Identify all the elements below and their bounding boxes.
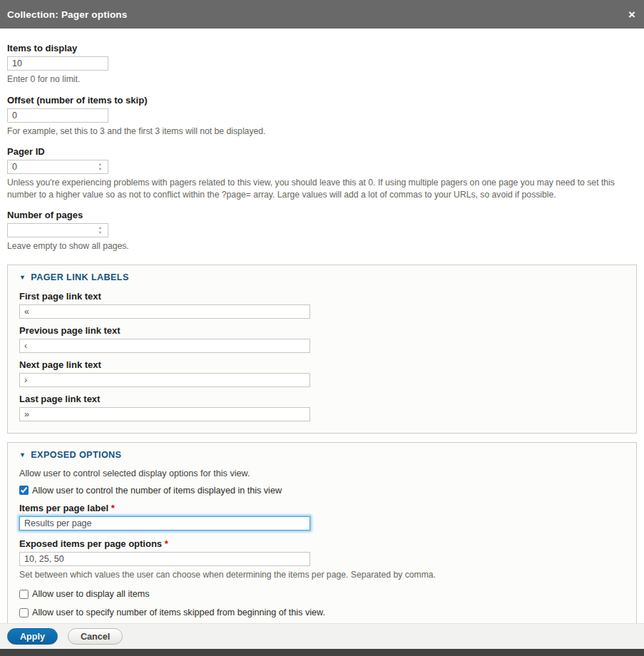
offset-field: Offset (number of items to skip) For exa… <box>7 95 637 138</box>
number-of-pages-input[interactable] <box>7 223 108 237</box>
exposed-options-description: Allow user to control selected display o… <box>19 468 625 478</box>
offset-checkbox[interactable] <box>19 608 29 617</box>
number-spinner-icon[interactable]: ▴▾ <box>99 225 101 235</box>
pager-link-labels-legend[interactable]: ▼ PAGER LINK LABELS <box>19 272 625 282</box>
display-all-checkbox-row: Allow user to display all items <box>19 589 625 599</box>
required-asterisk: * <box>111 503 115 513</box>
modal-body: Items to display Enter 0 for no limit. O… <box>0 29 644 656</box>
collapse-triangle-icon: ▼ <box>19 451 26 458</box>
cancel-button[interactable]: Cancel <box>68 628 123 645</box>
items-to-display-label: Items to display <box>7 43 637 53</box>
next-page-link-input[interactable] <box>19 373 310 387</box>
pager-options-modal: Collection: Pager options × Items to dis… <box>0 0 644 656</box>
pager-link-labels-legend-text: PAGER LINK LABELS <box>31 272 128 282</box>
modal-footer: Apply Cancel <box>0 623 644 649</box>
last-page-link-field: Last page link text <box>19 394 625 421</box>
offset-checkbox-label: Allow user to specify number of items sk… <box>32 608 325 617</box>
offset-checkbox-row: Allow user to specify number of items sk… <box>19 608 625 617</box>
page-background-bar <box>0 649 644 656</box>
items-per-page-label-label: Items per page label * <box>19 503 625 513</box>
exposed-items-options-description: Set between which values the user can ch… <box>19 569 625 581</box>
number-of-pages-description: Leave empty to show all pages. <box>7 240 637 252</box>
items-per-page-label-input[interactable] <box>19 516 310 531</box>
display-all-checkbox[interactable] <box>19 590 29 599</box>
items-to-display-field: Items to display Enter 0 for no limit. <box>7 43 637 86</box>
pager-id-description: Unless you're experiencing problems with… <box>7 177 637 200</box>
display-all-checkbox-label: Allow user to display all items <box>32 589 149 599</box>
next-page-link-label: Next page link text <box>19 359 625 370</box>
apply-button[interactable]: Apply <box>7 628 58 645</box>
previous-page-link-input[interactable] <box>19 339 310 353</box>
previous-page-link-field: Previous page link text <box>19 325 625 353</box>
control-items-checkbox-row: Allow user to control the number of item… <box>19 486 625 496</box>
pager-id-input[interactable] <box>7 160 108 174</box>
modal-titlebar: Collection: Pager options × <box>0 0 644 29</box>
items-to-display-description: Enter 0 for no limit. <box>7 73 637 86</box>
next-page-link-field: Next page link text <box>19 359 625 387</box>
exposed-items-options-label: Exposed items per page options * <box>19 538 625 549</box>
exposed-items-options-field: Exposed items per page options * Set bet… <box>19 538 625 581</box>
required-asterisk: * <box>165 538 168 549</box>
close-icon[interactable]: × <box>628 9 635 21</box>
collapse-triangle-icon: ▼ <box>19 274 26 281</box>
exposed-items-options-input[interactable] <box>19 552 310 566</box>
offset-label: Offset (number of items to skip) <box>7 95 637 106</box>
last-page-link-label: Last page link text <box>19 394 625 404</box>
first-page-link-label: First page link text <box>19 291 625 302</box>
exposed-options-legend-text: EXPOSED OPTIONS <box>31 450 121 460</box>
exposed-options-legend[interactable]: ▼ EXPOSED OPTIONS <box>19 450 625 460</box>
modal-title: Collection: Pager options <box>7 9 128 20</box>
previous-page-link-label: Previous page link text <box>19 325 625 336</box>
first-page-link-input[interactable] <box>19 304 310 319</box>
last-page-link-input[interactable] <box>19 407 310 421</box>
offset-description: For example, set this to 3 and the first… <box>7 125 637 138</box>
pager-link-labels-fieldset: ▼ PAGER LINK LABELS First page link text… <box>7 265 637 434</box>
exposed-options-fieldset: ▼ EXPOSED OPTIONS Allow user to control … <box>7 442 637 632</box>
items-per-page-label-field: Items per page label * <box>19 503 625 531</box>
items-to-display-input[interactable] <box>7 56 108 71</box>
pager-id-field: Pager ID ▴▾ Unless you're experiencing p… <box>7 146 637 200</box>
control-items-checkbox[interactable] <box>19 486 29 495</box>
number-spinner-icon[interactable]: ▴▾ <box>99 162 101 171</box>
number-of-pages-label: Number of pages <box>7 210 637 220</box>
offset-input[interactable] <box>7 108 108 123</box>
number-of-pages-field: Number of pages ▴▾ Leave empty to show a… <box>7 210 637 252</box>
pager-id-label: Pager ID <box>7 146 637 157</box>
control-items-checkbox-label: Allow user to control the number of item… <box>32 486 282 496</box>
first-page-link-field: First page link text <box>19 291 625 319</box>
